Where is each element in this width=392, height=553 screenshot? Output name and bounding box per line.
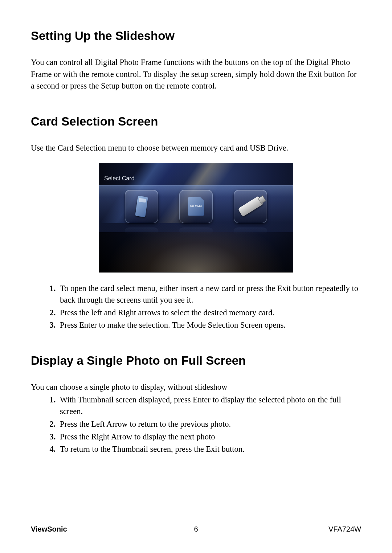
list-item: Press Enter to make the selection. The M… <box>58 319 361 331</box>
section-card-selection: Card Selection Screen Use the Card Selec… <box>31 115 361 331</box>
section-single-photo: Display a Single Photo on Full Screen Yo… <box>31 354 361 455</box>
list-item: Press the left and Right arrows to selec… <box>58 307 361 319</box>
screenshot-container: Select Card SD MMC <box>31 163 361 273</box>
card-row: SD MMC <box>99 185 293 223</box>
heading-slideshow: Setting Up the Slideshow <box>31 29 361 43</box>
footer-brand: ViewSonic <box>31 525 67 533</box>
para-single-photo: You can choose a single photo to display… <box>31 381 361 393</box>
reflection <box>234 227 267 234</box>
list-item: To return to the Thumbnail secren, press… <box>58 443 361 455</box>
select-card-label: Select Card <box>104 175 135 182</box>
para-card-selection: Use the Card Selection menu to choose be… <box>31 142 361 154</box>
select-card-bar: Select Card SD MMC <box>99 185 293 232</box>
section-slideshow: Setting Up the Slideshow You can control… <box>31 29 361 92</box>
sd-mmc-option: SD MMC <box>179 190 213 223</box>
sd-card-icon: SD MMC <box>188 197 204 216</box>
usb-drive-icon <box>238 196 263 217</box>
card-selection-steps: To open the card select menu, either ins… <box>31 283 361 332</box>
memory-stick-option <box>125 190 158 223</box>
page-footer: ViewSonic 6 VFA724W <box>31 525 361 533</box>
footer-model: VFA724W <box>328 525 361 533</box>
footer-page-number: 6 <box>194 525 198 533</box>
list-item: Press the Right Arrow to display the nex… <box>58 431 361 443</box>
heading-card-selection: Card Selection Screen <box>31 115 361 128</box>
list-item: Press the Left Arrow to return to the pr… <box>58 418 361 430</box>
single-photo-steps: With Thumbnail screen displayed, press E… <box>31 394 361 455</box>
usb-flash-option <box>234 190 267 223</box>
list-item: To open the card select menu, either ins… <box>58 283 361 306</box>
reflection <box>125 227 158 234</box>
memory-stick-icon <box>135 196 148 217</box>
list-item: With Thumbnail screen displayed, press E… <box>58 394 361 418</box>
para-slideshow: You can control all Digital Photo Frame … <box>31 57 361 92</box>
heading-single-photo: Display a Single Photo on Full Screen <box>31 354 361 368</box>
reflection <box>179 227 213 234</box>
card-selection-screenshot: Select Card SD MMC <box>99 163 293 273</box>
